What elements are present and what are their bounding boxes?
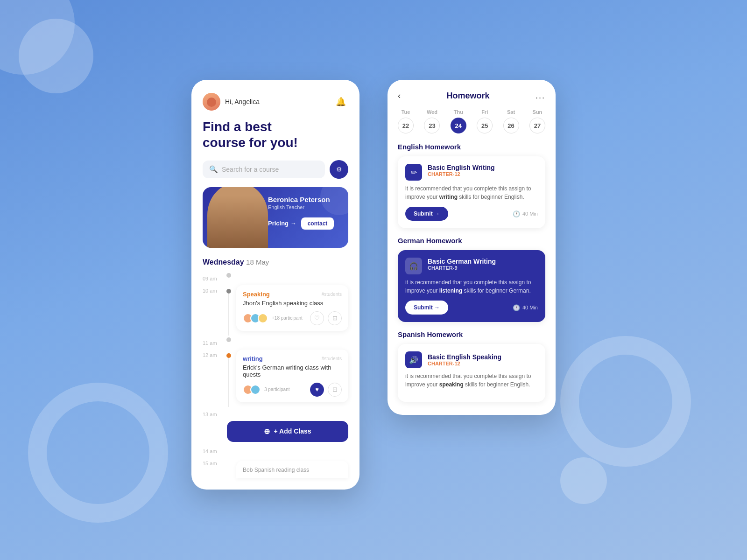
english-time: 40 Min bbox=[522, 211, 538, 217]
partial-class-title: Bob Spanish reading class bbox=[243, 467, 309, 473]
add-class-icon: ⊕ bbox=[264, 427, 270, 436]
phone-header: Hi, Angelica 🔔 bbox=[203, 93, 348, 111]
writing-subject: writing bbox=[243, 355, 263, 362]
teacher-banner: Beronica Peterson English Teacher Pricin… bbox=[203, 187, 348, 248]
german-hw-icon: 🎧 bbox=[405, 258, 422, 274]
spanish-hw-info: Basic English Speaking CHARTER-12 bbox=[428, 353, 501, 366]
german-hw-title: Basic German Writing bbox=[428, 258, 496, 265]
cal-day-sun[interactable]: Sun 27 bbox=[529, 109, 545, 133]
cal-day-name-sat: Sat bbox=[507, 109, 515, 115]
screens-container: Hi, Angelica 🔔 Find a best course for yo… bbox=[191, 80, 556, 489]
speaking-card-actions: ♡ ⊡ bbox=[310, 311, 342, 325]
english-hw-section-title: English Homework bbox=[398, 143, 545, 151]
cal-day-sat[interactable]: Sat 26 bbox=[503, 109, 519, 133]
timeline-line-12 bbox=[228, 358, 229, 407]
folder-button-writing[interactable]: ⊡ bbox=[328, 383, 342, 397]
writing-card-header: writing #students bbox=[243, 355, 342, 362]
bg-decor-circle-4 bbox=[560, 336, 691, 467]
german-hw-info: Basic German Writing CHARTER-9 bbox=[428, 258, 496, 271]
add-class-button[interactable]: ⊕ + Add Class bbox=[227, 421, 348, 442]
heart-button-speaking[interactable]: ♡ bbox=[310, 311, 324, 325]
time-label-09: 09 am bbox=[203, 273, 221, 281]
add-class-row: ⊕ + Add Class bbox=[203, 421, 348, 442]
avatar-face bbox=[203, 93, 220, 111]
cal-day-name-wed: Wed bbox=[427, 109, 437, 115]
english-submit-label: Submit → bbox=[414, 210, 440, 217]
class-row-speaking: 10 am Speaking #students Jhon's English … bbox=[203, 285, 348, 336]
cal-day-fri[interactable]: Fri 25 bbox=[477, 109, 493, 133]
cal-day-name-tue: Tue bbox=[402, 109, 410, 115]
bg-decor-circle-5 bbox=[560, 457, 607, 504]
search-input-wrap[interactable]: 🔍 Search for a course bbox=[203, 161, 325, 178]
folder-button-speaking[interactable]: ⊡ bbox=[328, 311, 342, 325]
avatar bbox=[203, 93, 220, 111]
german-time: 40 Min bbox=[522, 305, 538, 310]
search-bar: 🔍 Search for a course ⚙ bbox=[203, 160, 348, 179]
german-hw-section-title: German Homework bbox=[398, 237, 545, 245]
banner-actions: Pricing → contact bbox=[268, 217, 340, 230]
cal-day-thu[interactable]: Thu 24 bbox=[451, 109, 466, 133]
german-hw-charter: CHARTER-9 bbox=[428, 265, 496, 271]
cal-day-tue[interactable]: Tue 22 bbox=[398, 109, 414, 133]
filter-button[interactable]: ⚙ bbox=[330, 160, 348, 179]
writing-pdot-2 bbox=[250, 385, 261, 395]
cal-day-name-fri: Fri bbox=[481, 109, 488, 115]
schedule-day: Wednesday bbox=[203, 258, 244, 266]
cal-day-num-thu: 24 bbox=[451, 118, 466, 133]
time-label-12: 12 am bbox=[203, 350, 221, 407]
time-label-15: 15 am bbox=[203, 458, 221, 478]
bell-icon[interactable]: 🔔 bbox=[333, 94, 348, 109]
schedule-timeline: 09 am 10 am Speaking #students bbox=[203, 273, 348, 478]
banner-decor-circle bbox=[320, 187, 348, 215]
contact-button[interactable]: contact bbox=[301, 217, 334, 230]
writing-participant-count: 3 participant bbox=[264, 387, 289, 392]
more-options-button[interactable]: ... bbox=[536, 91, 545, 101]
bg-decor-circle-2 bbox=[19, 19, 93, 93]
heart-button-writing[interactable]: ♥ bbox=[310, 383, 324, 397]
greeting-text: Hi, Angelica bbox=[225, 98, 260, 105]
timeline-dot-11 bbox=[226, 337, 231, 342]
german-time-badge: 🕐 40 Min bbox=[513, 304, 538, 311]
spanish-hw-title: Basic English Speaking bbox=[428, 353, 501, 361]
speaking-class-card: Speaking #students Jhon's English speaki… bbox=[236, 285, 348, 331]
timeline-row-15: 15 am Bob Spanish reading class bbox=[203, 458, 348, 478]
spanish-hw-desc: it is recommended that you complete this… bbox=[405, 372, 538, 389]
banner-person-body bbox=[207, 187, 268, 248]
search-placeholder: Search for a course bbox=[222, 166, 279, 173]
writing-card-actions: ♥ ⊡ bbox=[310, 383, 342, 397]
participant-dots bbox=[243, 313, 265, 323]
speaking-class-title: Jhon's English speaking class bbox=[243, 300, 342, 307]
writing-participants: 3 participant bbox=[243, 385, 289, 395]
english-hw-title: Basic English Writing bbox=[428, 164, 495, 171]
spanish-hw-section-title: Spanish Homework bbox=[398, 330, 545, 338]
english-hw-card: ✏ Basic English Writing CHARTER-12 it is… bbox=[398, 156, 545, 228]
english-hw-info: Basic English Writing CHARTER-12 bbox=[428, 164, 495, 177]
german-submit-label: Submit → bbox=[414, 304, 440, 311]
search-icon: 🔍 bbox=[209, 165, 218, 174]
cal-day-wed[interactable]: Wed 23 bbox=[424, 109, 440, 133]
bg-decor-circle-3 bbox=[28, 383, 168, 523]
timeline-dot-12 bbox=[226, 353, 231, 358]
writing-class-title: Erick's German writing class with quests bbox=[243, 364, 342, 378]
cal-day-num-tue: 22 bbox=[398, 118, 414, 133]
banner-person-figure bbox=[203, 187, 273, 248]
english-hw-footer: Submit → 🕐 40 Min bbox=[405, 207, 538, 221]
cal-day-num-sat: 26 bbox=[503, 118, 519, 133]
timeline-row-09: 09 am bbox=[203, 273, 348, 281]
speaking-hashtag: #students bbox=[322, 292, 342, 297]
homework-screen: ‹ Homework ... Tue 22 Wed 23 Thu 24 Fri … bbox=[388, 80, 556, 415]
clock-icon-german: 🕐 bbox=[513, 304, 520, 311]
english-submit-button[interactable]: Submit → bbox=[405, 207, 448, 221]
german-submit-button[interactable]: Submit → bbox=[405, 301, 448, 315]
avatar-greeting: Hi, Angelica bbox=[203, 93, 260, 111]
german-hw-footer: Submit → 🕐 40 Min bbox=[405, 301, 538, 315]
class-row-writing: 12 am writing #students Erick's German w… bbox=[203, 350, 348, 407]
cal-day-name-thu: Thu bbox=[454, 109, 463, 115]
english-time-badge: 🕐 40 Min bbox=[513, 210, 538, 217]
participant-dot-3 bbox=[258, 313, 268, 323]
speaking-card-footer: +18 participant ♡ ⊡ bbox=[243, 311, 342, 325]
time-label-10: 10 am bbox=[203, 285, 221, 336]
hw-header: ‹ Homework ... bbox=[398, 91, 545, 101]
back-button[interactable]: ‹ bbox=[398, 91, 401, 101]
writing-class-card: writing #students Erick's German writing… bbox=[236, 350, 348, 402]
